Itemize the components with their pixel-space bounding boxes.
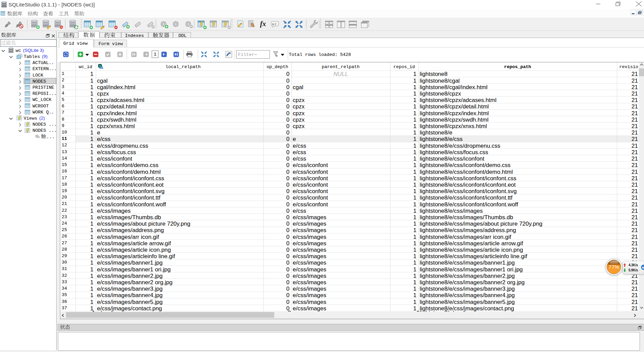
svg-text:1: 1 [99, 64, 101, 68]
svg-text:a·z: a·z [272, 22, 277, 26]
